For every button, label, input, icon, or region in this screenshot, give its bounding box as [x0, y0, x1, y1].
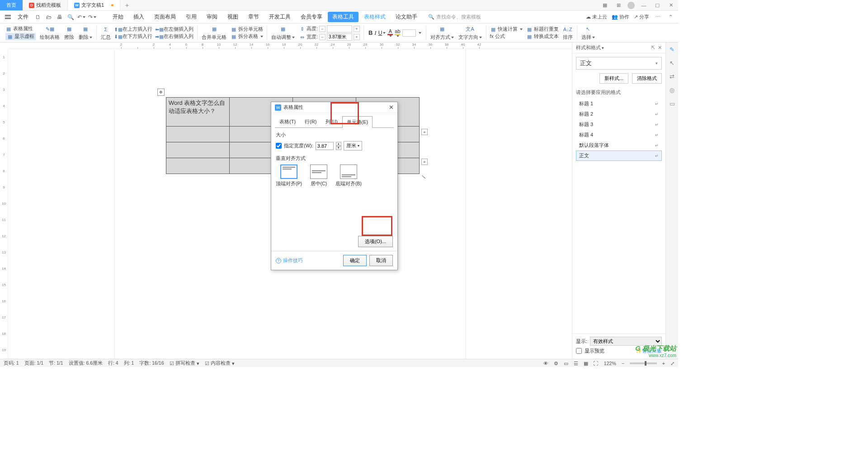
close-button[interactable]: ✕	[666, 1, 675, 9]
underline-button[interactable]: U	[378, 30, 386, 36]
insert-left-button[interactable]: ⬅▦在左侧插入列	[156, 26, 193, 33]
style-item[interactable]: 标题 1↵	[576, 99, 662, 109]
width-dec[interactable]: −	[319, 34, 326, 40]
valign-bottom-option[interactable]: 底端对齐(B)	[335, 164, 362, 187]
merge-cells-button[interactable]: ▦合并单元格	[199, 24, 229, 42]
text-dir-button[interactable]: 文A文字方向	[456, 24, 484, 42]
sort-button[interactable]: A↓Z排序	[561, 24, 575, 42]
menu-insert[interactable]: 插入	[129, 12, 149, 22]
maximize-button[interactable]: ▢	[653, 1, 662, 9]
expand-icon[interactable]: ⤢	[670, 361, 675, 366]
ok-button[interactable]: 确定	[343, 255, 367, 266]
view-page-icon[interactable]: ▭	[564, 361, 568, 366]
split-table-button[interactable]: ▦拆分表格	[231, 33, 263, 40]
italic-button[interactable]: I	[374, 29, 376, 37]
status-col[interactable]: 列: 1	[124, 360, 134, 367]
dlg-tab-col[interactable]: 列(U)	[321, 116, 342, 127]
autofit-button[interactable]: ▦自动调整	[269, 24, 297, 42]
header-repeat-button[interactable]: ▦标题行重复	[526, 26, 559, 33]
strip-cursor-icon[interactable]: ↖	[668, 59, 676, 67]
select-button[interactable]: ↖选择	[579, 24, 597, 42]
collapse-icon[interactable]: ⌃	[666, 13, 675, 21]
preview-checkbox[interactable]	[576, 348, 582, 354]
zoom-fit-icon[interactable]: ⛶	[594, 361, 599, 366]
zoom-in[interactable]: +	[662, 361, 665, 366]
menu-dev[interactable]: 开发工具	[264, 12, 295, 22]
current-style-select[interactable]: 正文▾	[576, 57, 662, 70]
dialog-titlebar[interactable]: W 表格属性 ✕	[271, 102, 397, 113]
font-color-button[interactable]: A	[387, 28, 393, 37]
draw-table-button[interactable]: ✎▦绘制表格	[38, 24, 62, 42]
height-inc[interactable]: +	[354, 26, 360, 32]
width-inc[interactable]: +	[354, 34, 360, 40]
open-icon[interactable]: 🗁	[45, 13, 53, 21]
tab-template[interactable]: D 找稻壳模板	[23, 0, 68, 10]
view-gear-icon[interactable]: ⚙	[554, 361, 558, 366]
menu-section[interactable]: 章节	[244, 12, 264, 22]
clear-format-button[interactable]: 清除格式	[632, 73, 662, 84]
delete-button[interactable]: ▦删除	[76, 24, 94, 42]
apps-icon[interactable]: ⊞	[614, 1, 623, 9]
cloud-status[interactable]: ☁未上云	[586, 14, 607, 20]
redo-icon[interactable]: ↷	[88, 13, 96, 21]
table-move-handle[interactable]: ✥	[157, 89, 165, 96]
width-input-dialog[interactable]	[316, 142, 334, 150]
dlg-tab-table[interactable]: 表格(T)	[275, 116, 300, 127]
search-box[interactable]: 🔍 查找命令、搜索模板	[428, 14, 481, 20]
tab-doc[interactable]: W 文字文稿1	[68, 0, 120, 10]
print-icon[interactable]: 🖶	[56, 13, 64, 21]
more-icon[interactable]: ⋯	[654, 13, 662, 21]
grid-icon[interactable]: ▦	[600, 1, 609, 9]
table-resize-handle[interactable]	[420, 175, 425, 179]
width-spin-up[interactable]: ▲	[336, 142, 341, 146]
height-input[interactable]	[327, 25, 352, 33]
view-eye-icon[interactable]: 👁	[543, 361, 548, 366]
zoom-slider[interactable]	[630, 362, 657, 364]
status-pos[interactable]: 设置值: 6.6厘米	[69, 360, 103, 367]
strip-book-icon[interactable]: ▭	[668, 99, 676, 108]
style-item[interactable]: 正文↵	[576, 150, 662, 161]
menu-tabletools[interactable]: 表格工具	[328, 12, 359, 22]
table-cell[interactable]	[166, 158, 230, 174]
view-web-icon[interactable]: ▦	[584, 361, 588, 366]
height-dec[interactable]: −	[319, 26, 326, 32]
status-spell[interactable]: ☑拼写检查▾	[170, 360, 199, 367]
table-cell[interactable]	[166, 142, 230, 158]
status-pages[interactable]: 页面: 1/1	[24, 360, 43, 367]
insert-above-button[interactable]: ⬆▦在上方插入行	[115, 26, 152, 33]
quickcalc-button[interactable]: ▦快速计算	[490, 26, 523, 33]
hamburger-icon[interactable]	[4, 14, 12, 20]
pin-icon[interactable]: ⇱	[651, 45, 655, 51]
insert-right-button[interactable]: ➡▦在右侧插入列	[156, 33, 193, 40]
formula-button[interactable]: fx 公式	[490, 33, 523, 40]
coop-button[interactable]: 👥协作	[612, 14, 629, 20]
status-words[interactable]: 字数: 16/16	[139, 360, 164, 367]
status-section[interactable]: 节: 1/1	[49, 360, 63, 367]
undo-icon[interactable]: ↶	[77, 13, 85, 21]
file-menu[interactable]: 文件	[15, 13, 31, 21]
shading-button[interactable]	[402, 29, 416, 37]
style-item[interactable]: 标题 2↵	[576, 109, 662, 119]
avatar-icon[interactable]	[627, 2, 635, 9]
width-input[interactable]	[327, 33, 352, 41]
zoom-out[interactable]: −	[622, 361, 624, 366]
tab-home[interactable]: 首页	[0, 0, 23, 10]
style-item[interactable]: 默认段落字体↵	[576, 140, 662, 150]
dialog-close-button[interactable]: ✕	[389, 104, 394, 111]
menu-review[interactable]: 审阅	[202, 12, 222, 22]
help-link[interactable]: ?操作技巧	[276, 257, 303, 264]
table-cell[interactable]	[166, 127, 230, 142]
menu-member[interactable]: 会员专享	[296, 12, 327, 22]
show-grid-button[interactable]: ▦显示虚框	[5, 33, 36, 40]
tab-new[interactable]: ＋	[120, 0, 134, 10]
strip-swap-icon[interactable]: ⇄	[668, 72, 676, 80]
width-spin-down[interactable]: ▼	[336, 146, 341, 150]
panel-close-icon[interactable]: ✕	[658, 45, 662, 51]
preview-icon[interactable]: 🔍	[66, 13, 75, 21]
status-page[interactable]: 页码: 1	[4, 360, 19, 367]
vertical-ruler[interactable]: 1234567891011121314151617181920212223242…	[0, 49, 8, 359]
share-button[interactable]: ↗分享	[634, 14, 649, 20]
add-col-handle2[interactable]: +	[421, 159, 428, 165]
new-style-button[interactable]: 新样式...	[599, 73, 628, 84]
specify-width-checkbox[interactable]	[276, 143, 282, 149]
